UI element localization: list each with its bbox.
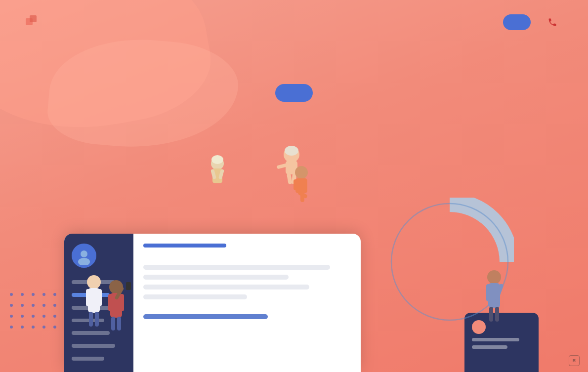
content-line-1 <box>143 265 330 270</box>
content-line-4 <box>143 294 247 299</box>
revain-logo: R <box>569 355 580 366</box>
dots-right-pattern-2 <box>517 242 578 271</box>
content-accent-bar <box>143 244 226 248</box>
sidebar-nav-item-4 <box>72 319 104 323</box>
schedule-demo-button[interactable] <box>503 14 531 30</box>
meet-product-button[interactable] <box>275 84 313 102</box>
device-mockup <box>64 234 361 372</box>
hero-section <box>0 64 588 102</box>
sidebar-avatar <box>72 244 96 268</box>
dots-left-pattern: const dotsLeft = document.querySelector(… <box>10 293 71 332</box>
content-line-3 <box>143 285 309 289</box>
svg-point-4 <box>78 258 90 265</box>
navbar <box>0 0 588 44</box>
mini-card-line-2 <box>472 345 507 349</box>
revain-watermark: R <box>569 355 582 366</box>
phone-contact[interactable] <box>546 15 563 29</box>
logo-icon <box>25 14 41 30</box>
sidebar-nav-item-3 <box>72 306 115 310</box>
sidebar-nav-item-1 <box>72 280 115 284</box>
sidebar-nav-item-7 <box>72 357 104 361</box>
sidebar-nav-item-2 <box>72 293 110 297</box>
svg-point-3 <box>81 250 87 257</box>
sidebar-nav-item-6 <box>72 344 115 348</box>
svg-rect-2 <box>30 15 37 22</box>
phone-icon <box>546 15 559 29</box>
sidebar-nav-item-5 <box>72 331 110 335</box>
arc-shape <box>385 198 514 326</box>
svg-point-0 <box>391 204 508 320</box>
content-cta-line <box>143 314 268 319</box>
logo[interactable] <box>25 14 43 30</box>
mini-card-line-1 <box>472 338 519 341</box>
sidebar-panel <box>64 234 133 372</box>
content-line-2 <box>143 275 289 280</box>
content-panel <box>133 234 361 372</box>
